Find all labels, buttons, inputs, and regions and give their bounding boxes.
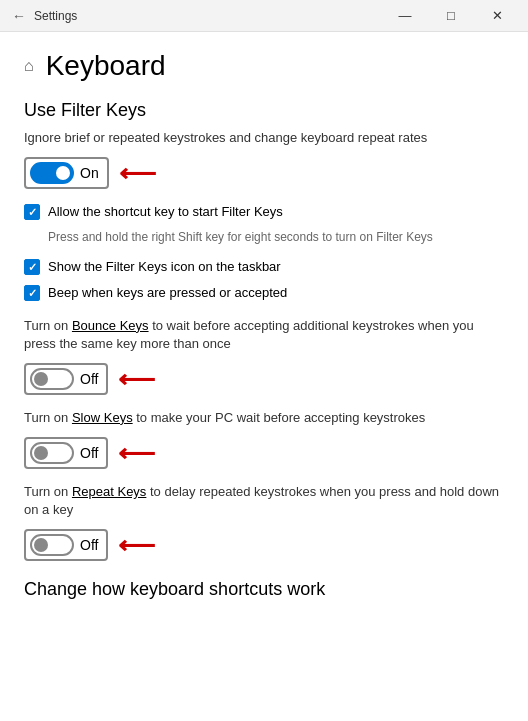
shortcut-label: Allow the shortcut key to start Filter K… <box>48 203 283 221</box>
beep-label: Beep when keys are pressed or accepted <box>48 284 287 302</box>
filter-keys-toggle[interactable] <box>30 162 74 184</box>
page-title: Keyboard <box>46 50 166 82</box>
filter-keys-description: Ignore brief or repeated keystrokes and … <box>24 129 504 147</box>
repeat-keys-description: Turn on Repeat Keys to delay repeated ke… <box>24 483 504 519</box>
bounce-keys-link[interactable]: Bounce Keys <box>72 318 149 333</box>
shortcut-checkbox[interactable]: ✓ <box>24 204 40 220</box>
home-icon: ⌂ <box>24 57 34 75</box>
title-bar-left: ← Settings <box>12 8 77 24</box>
checkbox-check-icon3: ✓ <box>28 288 37 299</box>
slow-keys-link[interactable]: Slow Keys <box>72 410 133 425</box>
slow-toggle-label: Off <box>80 445 98 461</box>
filter-keys-arrow: ⟵ <box>119 160 156 186</box>
bounce-toggle-label: Off <box>80 371 98 387</box>
slow-arrow: ⟵ <box>118 440 155 466</box>
bounce-toggle-thumb <box>34 372 48 386</box>
page-header: ⌂ Keyboard <box>0 32 528 92</box>
slow-toggle-row: Off ⟵ <box>24 437 504 469</box>
repeat-toggle[interactable] <box>30 534 74 556</box>
title-bar-controls: — □ ✕ <box>382 0 520 32</box>
close-button[interactable]: ✕ <box>474 0 520 32</box>
repeat-toggle-row: Off ⟵ <box>24 529 504 561</box>
checkbox-check-icon2: ✓ <box>28 262 37 273</box>
slow-toggle-thumb <box>34 446 48 460</box>
show-icon-label: Show the Filter Keys icon on the taskbar <box>48 258 281 276</box>
beep-checkbox[interactable]: ✓ <box>24 285 40 301</box>
beep-checkbox-row[interactable]: ✓ Beep when keys are pressed or accepted <box>24 284 504 302</box>
filter-keys-section: Use Filter Keys Ignore brief or repeated… <box>24 100 504 561</box>
slow-toggle-box: Off <box>24 437 108 469</box>
slow-keys-description: Turn on Slow Keys to make your PC wait b… <box>24 409 504 427</box>
shortcut-hint: Press and hold the right Shift key for e… <box>48 229 504 246</box>
shortcut-checkbox-row[interactable]: ✓ Allow the shortcut key to start Filter… <box>24 203 504 221</box>
bounce-keys-description: Turn on Bounce Keys to wait before accep… <box>24 317 504 353</box>
repeat-arrow: ⟵ <box>118 532 155 558</box>
show-icon-checkbox[interactable]: ✓ <box>24 259 40 275</box>
title-bar: ← Settings — □ ✕ <box>0 0 528 32</box>
bounce-toggle[interactable] <box>30 368 74 390</box>
filter-keys-title: Use Filter Keys <box>24 100 504 121</box>
bounce-toggle-row: Off ⟵ <box>24 363 504 395</box>
repeat-keys-link[interactable]: Repeat Keys <box>72 484 146 499</box>
content-area: Use Filter Keys Ignore brief or repeated… <box>0 92 528 711</box>
checkbox-check-icon: ✓ <box>28 207 37 218</box>
bounce-arrow: ⟵ <box>118 366 155 392</box>
repeat-toggle-box: Off <box>24 529 108 561</box>
maximize-button[interactable]: □ <box>428 0 474 32</box>
slow-toggle[interactable] <box>30 442 74 464</box>
back-button[interactable]: ← <box>12 8 26 24</box>
minimize-button[interactable]: — <box>382 0 428 32</box>
toggle-thumb <box>56 166 70 180</box>
keyboard-shortcuts-section-title: Change how keyboard shortcuts work <box>24 579 504 600</box>
filter-keys-toggle-row: On ⟵ <box>24 157 504 189</box>
title-bar-title: Settings <box>34 9 77 23</box>
repeat-toggle-label: Off <box>80 537 98 553</box>
bounce-toggle-box: Off <box>24 363 108 395</box>
repeat-toggle-thumb <box>34 538 48 552</box>
filter-keys-toggle-label: On <box>80 165 99 181</box>
show-icon-checkbox-row[interactable]: ✓ Show the Filter Keys icon on the taskb… <box>24 258 504 276</box>
filter-keys-toggle-box: On <box>24 157 109 189</box>
